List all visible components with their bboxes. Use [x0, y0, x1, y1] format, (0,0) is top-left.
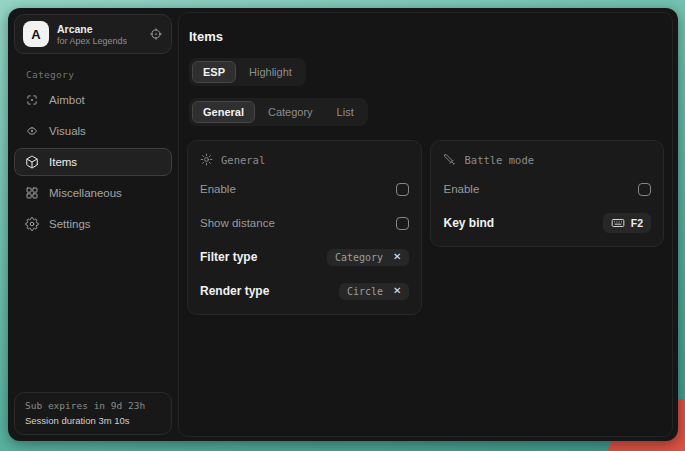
view-tab-group: GeneralCategoryList: [189, 98, 368, 126]
app-meta: Arcane for Apex Legends: [57, 23, 127, 46]
sidebar-item-visuals[interactable]: Visuals: [14, 117, 172, 145]
sidebar-item-items[interactable]: Items: [14, 148, 172, 176]
panel-battle-mode: Battle modeEnableKey bindF2: [430, 140, 664, 247]
sidebar-item-label: Visuals: [49, 125, 86, 137]
app-header-card: A Arcane for Apex Legends: [14, 14, 172, 54]
select-render-type[interactable]: Circle✕: [339, 283, 410, 300]
select-value: Category: [335, 252, 383, 263]
panel-header: General: [188, 145, 421, 172]
select-filter-type[interactable]: Category✕: [327, 249, 410, 266]
setting-row-enable: Enable: [431, 172, 663, 206]
setting-row-show-distance: Show distance: [188, 206, 421, 240]
sidebar-section-label: Category: [26, 69, 168, 80]
setting-row-filter-type: Filter typeCategory✕: [188, 240, 421, 274]
checkbox-enable[interactable]: [638, 183, 651, 196]
tab-highlight[interactable]: Highlight: [238, 61, 303, 83]
sidebar-item-settings[interactable]: Settings: [14, 210, 172, 238]
tab-esp[interactable]: ESP: [192, 61, 236, 83]
panel-header: Battle mode: [431, 145, 663, 172]
subscription-card: Sub expires in 9d 23h Session duration 3…: [14, 392, 172, 435]
settings-panels: GeneralEnableShow distanceFilter typeCat…: [187, 140, 664, 315]
sidebar-item-label: Aimbot: [49, 94, 85, 106]
sub-expiry-text: Sub expires in 9d 23h: [25, 400, 161, 411]
target-icon[interactable]: [149, 27, 163, 41]
session-duration-text: Session duration 3m 10s: [25, 415, 161, 426]
page-title: Items: [189, 29, 664, 44]
panel-title: General: [221, 154, 265, 166]
crosshair-icon: [25, 93, 39, 107]
sidebar-item-label: Items: [49, 156, 77, 168]
setting-row-key-bind: Key bindF2: [431, 206, 663, 240]
sword-icon: [443, 153, 456, 166]
setting-label: Enable: [443, 183, 479, 195]
keyboard-icon: [611, 216, 625, 230]
checkbox-show-distance[interactable]: [396, 217, 409, 230]
grid-icon: [25, 186, 39, 200]
box-icon: [25, 155, 39, 169]
setting-label: Key bind: [443, 216, 494, 230]
panel-general: GeneralEnableShow distanceFilter typeCat…: [187, 140, 422, 315]
checkbox-enable[interactable]: [396, 183, 409, 196]
app-logo: A: [23, 21, 49, 47]
setting-label: Enable: [200, 183, 236, 195]
sun-icon: [200, 153, 213, 166]
subtab-list[interactable]: List: [326, 101, 365, 123]
sidebar-item-aimbot[interactable]: Aimbot: [14, 86, 172, 114]
sidebar-item-miscellaneous[interactable]: Miscellaneous: [14, 179, 172, 207]
app-name: Arcane: [57, 23, 127, 35]
app-window: A Arcane for Apex Legends Category Aimbo…: [8, 8, 678, 441]
close-icon[interactable]: ✕: [393, 286, 401, 296]
main-panel: Items ESPHighlight GeneralCategoryList G…: [178, 12, 673, 437]
keybind-value: F2: [631, 217, 643, 229]
setting-label: Render type: [200, 284, 269, 298]
sidebar-item-label: Settings: [49, 218, 91, 230]
mode-tab-group: ESPHighlight: [189, 58, 306, 86]
setting-row-enable: Enable: [188, 172, 421, 206]
panel-title: Battle mode: [464, 154, 534, 166]
sidebar-nav: AimbotVisualsItemsMiscellaneousSettings: [14, 86, 172, 238]
eye-scan-icon: [25, 124, 39, 138]
gear-icon: [25, 217, 39, 231]
app-subtitle: for Apex Legends: [57, 36, 127, 46]
subtab-general[interactable]: General: [192, 101, 255, 123]
setting-label: Show distance: [200, 217, 275, 229]
close-icon[interactable]: ✕: [393, 252, 401, 262]
desktop-background: A Arcane for Apex Legends Category Aimbo…: [0, 0, 685, 451]
keybind-button[interactable]: F2: [603, 213, 651, 233]
setting-label: Filter type: [200, 250, 257, 264]
sidebar-item-label: Miscellaneous: [49, 187, 122, 199]
setting-row-render-type: Render typeCircle✕: [188, 274, 421, 308]
select-value: Circle: [347, 286, 383, 297]
sidebar: A Arcane for Apex Legends Category Aimbo…: [8, 8, 178, 441]
subtab-category[interactable]: Category: [257, 101, 324, 123]
